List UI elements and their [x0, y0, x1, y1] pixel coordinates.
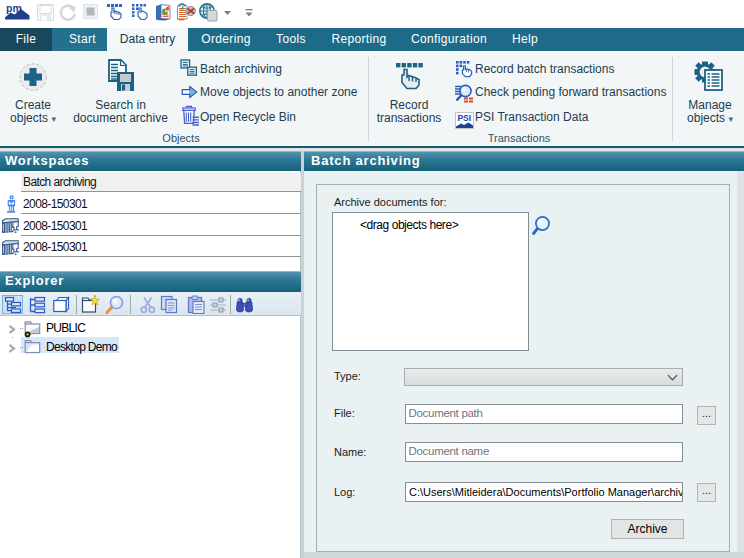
svg-text:PSI: PSI — [457, 113, 471, 123]
